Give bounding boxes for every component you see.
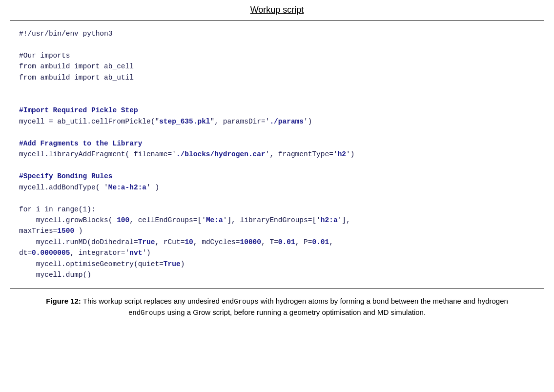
caption-text1: This workup script replaces any undesire… <box>81 297 222 305</box>
figure-label: Figure 12: <box>46 297 81 305</box>
caption-text3: using a Grow script, before running a ge… <box>165 308 426 316</box>
caption-code1: endGroups <box>222 298 259 306</box>
caption-code2: endGroups <box>128 309 165 317</box>
figure-caption: Figure 12: This workup script replaces a… <box>38 296 516 318</box>
code-content: #!/usr/bin/env python3 #Our imports from… <box>19 28 535 281</box>
caption-text2: with hydrogen atoms by forming a bond be… <box>259 297 508 305</box>
code-box: #!/usr/bin/env python3 #Our imports from… <box>10 20 544 289</box>
page-title: Workup script <box>250 5 304 15</box>
